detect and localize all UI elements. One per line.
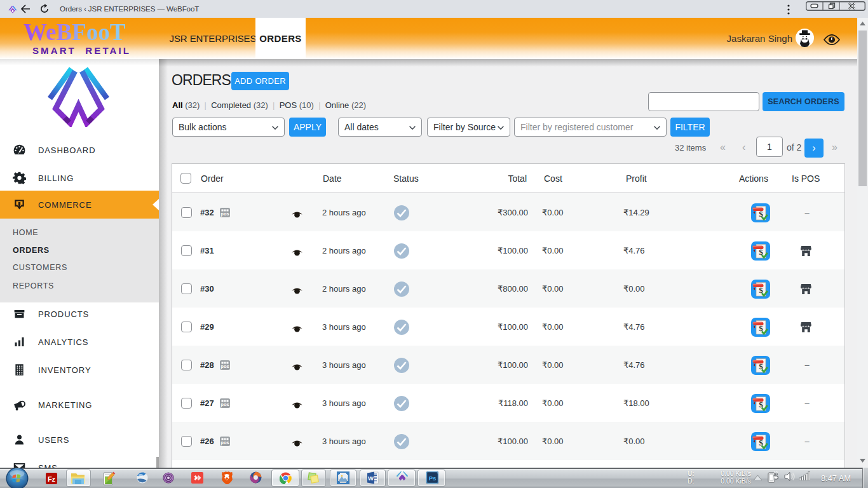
svg-text:pos: pos [220, 440, 229, 445]
svg-text:W: W [368, 475, 374, 482]
svg-text:Fz: Fz [48, 475, 56, 483]
svg-text:pos: pos [220, 363, 229, 369]
svg-text:pos: pos [220, 211, 229, 217]
svg-text:Ps: Ps [429, 475, 437, 482]
svg-text:pos: pos [220, 402, 229, 407]
